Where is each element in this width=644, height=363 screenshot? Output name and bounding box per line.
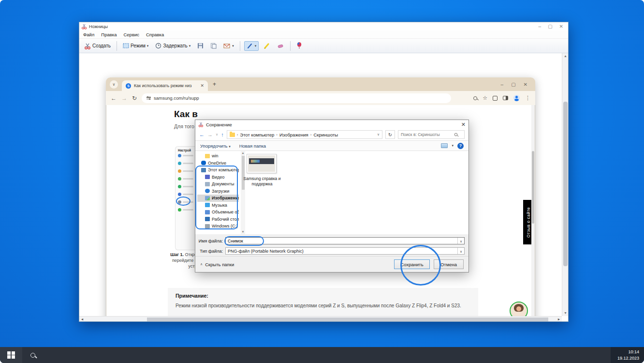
search-input[interactable]: [401, 132, 454, 137]
dialog-command-bar: Упорядочить ▾ Новая папка ▾ ?: [195, 141, 468, 151]
scroll-up-icon[interactable]: ▲: [562, 53, 568, 59]
taskbar: 10:14 19.12.2023: [0, 347, 644, 363]
scroll-right-icon[interactable]: ►: [556, 317, 562, 321]
mode-button[interactable]: Режим ▾: [121, 42, 150, 49]
page-scrollbar[interactable]: [531, 105, 535, 321]
tab-favicon: S: [126, 83, 131, 89]
list-item: [178, 193, 196, 196]
folder-tree: win OneDrive Этот компьютер Видео Докуме…: [195, 151, 239, 234]
profile-avatar[interactable]: [513, 95, 520, 101]
browser-tab[interactable]: S Как использовать режим низ ✕: [122, 80, 208, 91]
tab-search-chevron-icon[interactable]: ∨: [110, 80, 118, 89]
filename-row: Имя файла: ∨: [195, 236, 468, 245]
menu-help[interactable]: Справка: [146, 32, 164, 37]
menu-edit[interactable]: Правка: [101, 32, 117, 37]
breadcrumb[interactable]: › Этот компьютер › Изображения › Скриншо…: [227, 130, 382, 139]
breadcrumb-pictures[interactable]: Изображения: [279, 132, 308, 137]
start-button[interactable]: [0, 347, 22, 363]
view-mode-icon[interactable]: [441, 143, 448, 148]
list-item: [178, 162, 196, 165]
chevron-down-icon[interactable]: ▾: [452, 144, 454, 148]
canvas-vscroll-thumb[interactable]: [563, 102, 568, 266]
search-box[interactable]: [398, 130, 465, 139]
forward-icon[interactable]: →: [207, 132, 213, 137]
back-icon[interactable]: ←: [111, 95, 117, 102]
back-icon[interactable]: ←: [199, 132, 205, 137]
note-title: Примечание:: [176, 293, 470, 299]
browser-menu-icon[interactable]: ⋮: [525, 95, 530, 101]
highlighter-tool-button[interactable]: [262, 42, 272, 50]
annotation-rect-filename: [224, 236, 264, 246]
delay-button[interactable]: Задержать ▾: [153, 42, 192, 50]
menu-service[interactable]: Сервис: [123, 32, 139, 37]
up-icon[interactable]: ↑: [221, 132, 224, 137]
reload-icon[interactable]: ↻: [132, 95, 137, 102]
side-panel-icon[interactable]: [503, 96, 508, 100]
snip-close-button[interactable]: ✕: [559, 24, 563, 29]
clock-time: 10:14: [617, 349, 639, 355]
dialog-close-icon[interactable]: ✕: [461, 121, 466, 128]
tab-close-icon[interactable]: ✕: [200, 83, 204, 88]
search-icon: [454, 133, 457, 136]
extensions-icon[interactable]: [493, 96, 498, 101]
new-folder-button[interactable]: Новая папка: [239, 143, 266, 149]
recent-locations-chevron-icon[interactable]: ∨: [216, 133, 218, 136]
phone-settings-header: Настрой: [178, 149, 196, 152]
clock-icon: [155, 43, 161, 49]
taskbar-clock[interactable]: 10:14 19.12.2023: [611, 347, 644, 363]
browser-maximize-button[interactable]: ▢: [511, 82, 515, 87]
file-thumbnail[interactable]: [247, 154, 277, 173]
new-tab-button[interactable]: +: [213, 81, 216, 88]
bookmark-star-icon[interactable]: ☆: [483, 95, 487, 101]
tree-item-win[interactable]: win: [197, 152, 239, 160]
snip-minimize-button[interactable]: –: [539, 24, 542, 29]
snip-maximize-button[interactable]: ▢: [548, 24, 552, 29]
pen-color-balloon-icon[interactable]: [294, 41, 304, 50]
scroll-left-icon[interactable]: ◄: [79, 317, 85, 321]
chevron-down-icon[interactable]: ∨: [377, 133, 380, 136]
menu-file[interactable]: Файл: [83, 32, 94, 37]
chevron-down-icon: ▾: [229, 145, 231, 148]
chevron-right-icon: ›: [237, 133, 238, 137]
page-content: Как в Для того Настрой Шаг 1.: [106, 105, 535, 321]
hide-folders-button[interactable]: ∧ Скрыть папки: [200, 262, 234, 267]
chevron-down-icon[interactable]: ▾: [189, 44, 191, 48]
chevron-down-icon[interactable]: ∨: [457, 238, 464, 244]
chevron-down-icon[interactable]: ▾: [255, 44, 257, 48]
snipping-tool-window: Ножницы – ▢ ✕ Файл Правка Сервис Справка…: [79, 22, 569, 322]
save-snip-button[interactable]: [195, 42, 205, 50]
browser-close-button[interactable]: ✕: [524, 82, 527, 87]
divider: [240, 41, 240, 51]
snip-titlebar: Ножницы – ▢ ✕: [79, 22, 568, 30]
breadcrumb-screenshots[interactable]: Скриншоты: [313, 132, 338, 137]
eraser-tool-button[interactable]: [275, 42, 286, 50]
annotation-circle-save: [400, 245, 441, 286]
annotation-circle-device-care: [176, 197, 190, 206]
copy-snip-button[interactable]: [208, 42, 219, 50]
divider: [117, 41, 117, 51]
chevron-down-icon[interactable]: ▾: [232, 44, 234, 48]
scroll-down-icon[interactable]: ▼: [562, 310, 568, 316]
highlighter-icon: [263, 43, 270, 49]
send-snip-button[interactable]: ▾: [221, 42, 236, 50]
site-info-icon[interactable]: [146, 97, 151, 99]
mode-icon: [123, 43, 129, 48]
browser-tabstrip: ∨ S Как использовать режим низ ✕ + – ▢ ✕: [106, 77, 535, 91]
address-bar[interactable]: samsung.com/ru/supp: [142, 93, 451, 103]
taskbar-search-button[interactable]: [22, 347, 44, 363]
breadcrumb-this-pc[interactable]: Этот компьютер: [240, 132, 274, 137]
forward-icon[interactable]: →: [121, 95, 127, 102]
canvas-horizontal-scrollbar[interactable]: ◄ ►: [79, 316, 562, 321]
search-icon[interactable]: [473, 96, 477, 100]
pen-tool-button[interactable]: ▾: [244, 41, 259, 51]
canvas-vertical-scrollbar[interactable]: ▲ ▼: [562, 53, 568, 316]
help-icon[interactable]: ?: [457, 143, 464, 149]
refresh-icon[interactable]: ↻: [385, 130, 395, 139]
organize-button[interactable]: Упорядочить ▾: [200, 143, 231, 149]
page-scrollbar-thumb[interactable]: [532, 151, 534, 224]
new-snip-button[interactable]: Создать: [82, 42, 113, 50]
canvas-hscroll-thumb[interactable]: [147, 318, 548, 321]
browser-minimize-button[interactable]: –: [501, 82, 504, 87]
snip-toolbar: Создать Режим ▾ Задержать ▾ ▾: [79, 39, 568, 53]
chevron-down-icon[interactable]: ▾: [147, 44, 149, 48]
